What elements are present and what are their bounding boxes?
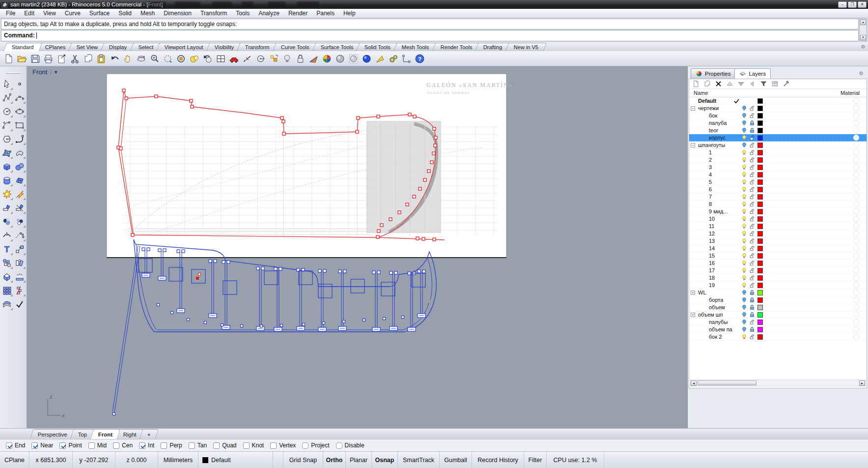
layer-color-cell[interactable] <box>756 297 764 303</box>
layer-name[interactable]: 3 <box>689 164 732 170</box>
viewport-tab-perspective[interactable]: Perspective <box>30 429 76 439</box>
undo-button[interactable] <box>109 52 121 65</box>
layer-visibility-cell[interactable] <box>740 333 748 340</box>
layer-lock-cell[interactable] <box>748 171 756 178</box>
menu-edit[interactable]: Edit <box>20 9 39 18</box>
layer-lock-cell[interactable] <box>748 193 756 200</box>
layer-visibility-cell[interactable] <box>740 223 748 230</box>
box-button[interactable] <box>0 160 13 173</box>
layer-lock-cell[interactable] <box>748 215 756 222</box>
layer-lock-cell[interactable] <box>748 164 756 171</box>
move-up-button[interactable] <box>725 80 734 88</box>
layer-row[interactable]: 4 <box>689 171 867 178</box>
loft-button[interactable] <box>0 298 13 310</box>
status-pane-default[interactable]: Default <box>198 452 273 468</box>
layer-name[interactable]: 16 <box>689 260 732 266</box>
layer-visibility-cell[interactable] <box>740 245 748 252</box>
status-pane-y[interactable]: y -207.292 <box>73 452 115 468</box>
layer-visibility-cell[interactable] <box>740 193 748 200</box>
layer-visibility-cell[interactable] <box>740 304 748 311</box>
layer-row[interactable]: teor <box>689 127 867 134</box>
screen-capture-button[interactable] <box>56 52 68 65</box>
surface-cv-button[interactable] <box>0 146 13 159</box>
osnap-checkbox-mid[interactable] <box>88 442 95 449</box>
osnap-checkbox-quad[interactable] <box>213 442 220 449</box>
osnap-disable[interactable]: Disable <box>336 442 364 449</box>
layer-name[interactable]: объем пал <box>689 326 732 332</box>
layer-color-cell[interactable] <box>756 334 764 340</box>
layer-color-cell[interactable] <box>756 253 764 259</box>
layer-color-swatch[interactable] <box>757 202 763 207</box>
layer-color-cell[interactable] <box>756 268 764 273</box>
status-pane-cplane[interactable]: CPlane <box>0 452 29 468</box>
layer-row[interactable]: 19 <box>689 282 867 289</box>
layer-name[interactable]: чертежи <box>689 105 732 111</box>
options-button[interactable] <box>387 52 399 65</box>
layer-visibility-bulb[interactable] <box>741 149 747 156</box>
layer-color-swatch[interactable] <box>757 150 763 155</box>
layer-name[interactable]: шпангоуты <box>689 142 732 148</box>
menu-analyze[interactable]: Analyze <box>254 9 284 18</box>
layer-lock-icon[interactable] <box>749 112 755 119</box>
layer-name[interactable]: 5 <box>689 179 732 185</box>
layer-visibility-bulb[interactable] <box>741 260 747 266</box>
layer-lock-icon[interactable] <box>749 201 755 207</box>
layer-material-circle[interactable] <box>853 120 859 126</box>
layer-lock-cell[interactable] <box>748 289 756 296</box>
layer-color-swatch[interactable] <box>757 157 763 163</box>
layer-lock-icon[interactable] <box>749 186 755 193</box>
layer-lock-cell[interactable] <box>748 178 756 185</box>
layer-lock-cell[interactable] <box>748 252 756 259</box>
menu-render[interactable]: Render <box>284 9 312 18</box>
layer-row[interactable]: палубы <box>689 319 867 326</box>
rotate-view-button[interactable] <box>135 52 147 65</box>
patch-button[interactable] <box>13 146 26 159</box>
layer-lock-icon[interactable] <box>749 208 755 215</box>
layer-visibility-bulb[interactable] <box>741 230 747 237</box>
osnap-point[interactable]: Point <box>59 442 82 449</box>
undo-view-button[interactable] <box>201 52 214 65</box>
layer-name[interactable]: 18 <box>689 275 732 281</box>
layer-color-cell[interactable] <box>756 312 764 318</box>
layer-row[interactable]: 9 мид... <box>689 208 867 215</box>
extrude-button[interactable] <box>0 270 13 283</box>
add-viewport-tab[interactable]: + <box>140 429 159 439</box>
menu-mesh[interactable]: Mesh <box>136 9 159 18</box>
toolbar-tab-new-in-v5[interactable]: New in V5 <box>505 43 547 51</box>
layer-visibility-bulb[interactable] <box>741 156 747 163</box>
layer-lock-cell[interactable] <box>748 105 756 112</box>
viewport-layout-button[interactable] <box>215 52 227 65</box>
toolbar-tab-surface-tools[interactable]: Surface Tools <box>312 43 362 51</box>
pan-button[interactable] <box>122 52 134 65</box>
layer-lock-cell[interactable] <box>748 319 756 325</box>
layer-color-cell[interactable] <box>756 113 764 118</box>
layer-material-circle[interactable] <box>853 282 859 288</box>
toolbar-tab-solid-tools[interactable]: Solid Tools <box>356 43 399 51</box>
cut-button[interactable] <box>69 52 81 65</box>
layer-lock-icon[interactable] <box>749 127 755 134</box>
layer-color-swatch[interactable] <box>757 216 763 222</box>
osnap-quad[interactable]: Quad <box>213 442 236 449</box>
layer-visibility-bulb[interactable] <box>741 119 747 126</box>
array-curve-button[interactable] <box>13 284 26 296</box>
layer-color-swatch[interactable] <box>757 143 763 148</box>
menu-solid[interactable]: Solid <box>114 9 136 18</box>
osnap-vertex[interactable]: Vertex <box>270 442 296 449</box>
layer-row[interactable]: 3 <box>689 164 867 171</box>
osnap-checkbox-vertex[interactable] <box>270 442 277 449</box>
layer-lock-cell[interactable] <box>748 119 756 126</box>
layer-name[interactable]: 1 <box>689 149 732 155</box>
layer-color-swatch[interactable] <box>757 297 763 303</box>
layer-color-swatch[interactable] <box>757 165 763 170</box>
help-button[interactable]: ? <box>414 52 426 65</box>
status-toggle-cpu-use-1-2-[interactable]: CPU use: 1.2 % <box>547 452 604 468</box>
cplane-button[interactable] <box>254 52 267 65</box>
layer-lock-icon[interactable] <box>749 311 755 318</box>
menu-transform[interactable]: Transform <box>196 9 231 18</box>
layer-row[interactable]: 17 <box>689 267 867 274</box>
layer-visibility-cell[interactable] <box>740 149 748 156</box>
layer-lock-cell[interactable] <box>748 304 756 311</box>
layer-name[interactable]: 11 <box>689 223 732 229</box>
layer-visibility-cell[interactable] <box>740 134 748 141</box>
layer-color-cell[interactable] <box>756 275 764 281</box>
